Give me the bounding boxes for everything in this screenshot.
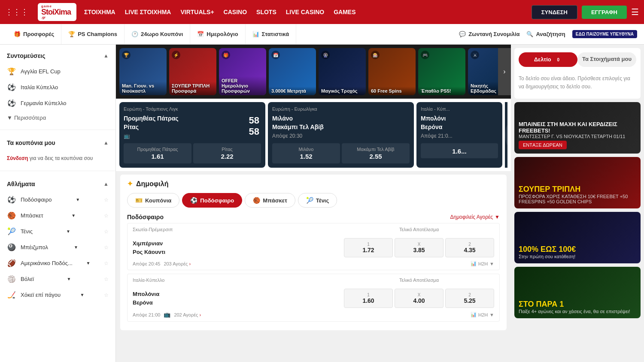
match-row-1: Ιταλία-Κύπελλο Τελικό Αποτέλεσμα Μπολόνι… bbox=[127, 274, 500, 322]
sport-table-title: Ποδόσφαιρο bbox=[127, 214, 164, 220]
promo-card-ps-champions[interactable]: 🏆 Man. Γιουν. vs Νιούκαστλ bbox=[119, 48, 167, 95]
team-names: Χιμπέρνιαν Ρος Κάουντι bbox=[133, 239, 344, 256]
sidebar-item-american-football[interactable]: 🏈 Αμερικάνικο Ποδός... ▼ ☆ bbox=[0, 255, 115, 271]
match-odds: 1.6... bbox=[421, 143, 498, 158]
bar-chart-icon: 📊 bbox=[471, 261, 477, 266]
odd-team2[interactable]: Ρίτας 2.22 bbox=[193, 143, 261, 163]
sidebar-item-italy-cup[interactable]: ⚽ Ιταλία Κύπελλο bbox=[0, 79, 115, 95]
baseball-icon: 🎱 bbox=[7, 243, 16, 251]
promo-banner-100percent[interactable]: 100% ΕΩΣ 100€ Στην πρώτη σου κατάθεση! bbox=[514, 212, 641, 263]
shortcuts-header[interactable]: Συντομεύσεις ▲ bbox=[0, 48, 115, 63]
promo-banner-ps-champions[interactable]: ΜΠΑΙΝΕΙΣ ΣΤΗ ΜΑΧΗ ΚΑΙ ΚΕΡΔΙΖΕΙΣ FREEBETS… bbox=[514, 102, 641, 154]
odd-x[interactable]: X 4.00 bbox=[395, 289, 444, 308]
24h-coupon-label: 24ωρο Κουπόνι bbox=[141, 31, 183, 37]
nav-live-casino[interactable]: LIVE CASINO bbox=[286, 7, 324, 17]
nav-games[interactable]: GAMES bbox=[334, 7, 355, 17]
promo-banner-super-triple[interactable]: ΣΟΥΠΕΡ ΤΡΙΠΛΗ ΠΡΟΣΦΟΡΑ ΧΩΡΙΣ ΚΑΤΑΘΕΣΗ 10… bbox=[514, 157, 641, 208]
promo-banner-title: ΣΟΥΠΕΡ ΤΡΙΠΛΗ bbox=[519, 185, 636, 194]
chevron-down-icon: ▼ bbox=[489, 261, 494, 266]
sidebar-item-label: Γερμανία Κύπελλο bbox=[21, 100, 66, 106]
h2h-button[interactable]: 📊 H2H ▼ bbox=[471, 312, 494, 317]
sidebar-item-volleyball[interactable]: 🏐 Βόλεϊ ▼ ☆ bbox=[0, 271, 115, 287]
offers-icon: 🎁 bbox=[14, 31, 21, 37]
hamburger-icon[interactable]: ☰ bbox=[631, 7, 639, 17]
my-bets-tab[interactable]: Τα Στοιχήματά μου bbox=[577, 52, 636, 67]
calendar-icon: 📅 bbox=[271, 51, 280, 59]
promo-card-offer[interactable]: 🎁 OFFER Ημερολόγιο Προσφορών bbox=[219, 48, 266, 95]
odd-2[interactable]: 2 5.25 bbox=[445, 289, 494, 308]
sidebar-item-ice-hockey[interactable]: 🏒 Χόκεϊ επί πάγου ▼ ☆ bbox=[0, 287, 115, 303]
register-button[interactable]: ΕΓΓΡΑΦΗ bbox=[582, 6, 627, 19]
match-time: Απόψε 21:00 bbox=[133, 312, 160, 317]
second-navigation: 🎁 Προσφορές 🏆 PS Champions 🕐 24ωρο Κουπό… bbox=[0, 24, 644, 45]
match-time: Απόψε 21:0... bbox=[421, 133, 498, 139]
sidebar-item-football[interactable]: ⚽ Ποδόσφαιρο ▼ ☆ bbox=[0, 192, 115, 208]
banner-action-button[interactable]: ΕΝΤAΞΕ ΔΩΡΕΑΝ bbox=[519, 141, 567, 149]
match-team1: Μπολόνι bbox=[421, 115, 498, 122]
nav-stoixima[interactable]: ΣΤΟΙΧΗΜΑ bbox=[84, 7, 115, 17]
promo-card-calendar[interactable]: 📅 3.000€ Μετρητά bbox=[269, 48, 316, 95]
tv-icon: 📺 bbox=[124, 133, 261, 139]
sidebar-item-england-efl[interactable]: 🏆 Αγγλία EFL Cup bbox=[0, 63, 115, 79]
odd-1[interactable]: 1 1.72 bbox=[344, 238, 393, 257]
calendar-label: Ημερολόγιο bbox=[207, 31, 238, 37]
login-button[interactable]: ΣΥΝΔΕΣΗ bbox=[532, 5, 577, 19]
tab-football[interactable]: ⚽ Ποδόσφαιρο bbox=[182, 193, 242, 208]
odd-x[interactable]: X 3.85 bbox=[395, 238, 444, 257]
nav-live-stoixima[interactable]: LIVE ΣΤΟΙΧΗΜΑ bbox=[125, 7, 171, 17]
odd-team1[interactable]: Προμηθέας Πάτρας 1.61 bbox=[124, 143, 191, 163]
star-icon: ☆ bbox=[104, 260, 109, 266]
statistics-nav-item[interactable]: 📊 Στατιστικά bbox=[246, 24, 297, 44]
more-markets-link[interactable]: › bbox=[199, 312, 201, 317]
ps-champions-nav-item[interactable]: 🏆 PS Champions bbox=[61, 24, 125, 44]
nav-slots[interactable]: SLOTS bbox=[256, 7, 276, 17]
promo-banner-para1[interactable]: ΣΤΟ ΠΑΡΑ 1 Παίξε 4+ αγώνες και αν χάσεις… bbox=[514, 267, 641, 318]
odd-team1[interactable]: Μιλάνο 1.52 bbox=[272, 143, 340, 163]
h2h-button[interactable]: 📊 H2H ▼ bbox=[471, 261, 494, 266]
match-row-teams: Μπολόνια Βερόνα 1 1.60 X 4.00 2 bbox=[128, 286, 499, 310]
match-next-button[interactable]: › bbox=[505, 122, 507, 148]
promo-card-label: OFFER Ημερολόγιο Προσφορών bbox=[219, 76, 266, 95]
calendar-nav-item[interactable]: 📅 Ημερολόγιο bbox=[190, 24, 245, 44]
sidebar-item-basketball[interactable]: 🏀 Μπάσκετ ▼ ☆ bbox=[0, 208, 115, 223]
promo-card-free-spins[interactable]: 🎰 60 Free Spins bbox=[368, 48, 416, 95]
24h-coupon-nav-item[interactable]: 🕐 24ωρο Κουπόνι bbox=[125, 24, 190, 44]
search-item[interactable]: 🔍 Αναζήτηση bbox=[526, 31, 565, 37]
shortcuts-more[interactable]: ▼ Περισσότερα bbox=[0, 111, 115, 124]
match-team2: Ρίτας bbox=[124, 124, 261, 130]
sidebar-item-tennis[interactable]: 🎾 Τένις ▼ ☆ bbox=[0, 223, 115, 239]
tab-basketball[interactable]: 🏀 Μπάσκετ bbox=[245, 193, 295, 208]
promo-card-ps5[interactable]: 🎮 Έπαθλο PS5! bbox=[418, 48, 465, 95]
more-markets-link[interactable]: › bbox=[189, 261, 191, 266]
sidebar-sport-label: Βόλεϊ bbox=[21, 276, 34, 282]
star-icon: ☆ bbox=[104, 229, 109, 235]
offers-nav-item[interactable]: 🎁 Προσφορές bbox=[7, 24, 61, 44]
nav-casino[interactable]: CASINO bbox=[224, 7, 247, 17]
grid-icon[interactable]: ⋮⋮⋮ bbox=[5, 7, 28, 17]
login-link[interactable]: Σύνδεση bbox=[7, 155, 28, 161]
search-icon: 🔍 bbox=[526, 31, 533, 37]
promo-card-super-triple[interactable]: ⚡ ΣΟΥΠΕΡ ΤΡΙΠΛΗ Προσφορά bbox=[169, 48, 216, 95]
popular-markets-filter[interactable]: Δημοφιλείς Αγορές ▼ bbox=[450, 214, 500, 220]
tab-coupons[interactable]: 🎫 Κουπόνια bbox=[127, 193, 179, 208]
tab-tennis[interactable]: 🎾 Τένις bbox=[298, 193, 337, 208]
live-chat-item[interactable]: 💬 Ζωντανή Συνομιλία bbox=[459, 31, 519, 37]
promo-card-magic-wheel[interactable]: 🎡 Μαγικός Τροχός bbox=[319, 48, 366, 95]
my-coupons-header[interactable]: Τα κουπόνια μου ▲ bbox=[0, 135, 115, 151]
play-safe-badge: ΕΔΩ ΠΑΙΖΟΥΜΕ ΥΠΕΥΘΥΝΑ bbox=[572, 30, 637, 38]
betslip-tab[interactable]: Δελτίο 0 bbox=[519, 52, 577, 67]
odd-1[interactable]: 1 1.60 bbox=[344, 289, 393, 308]
nav-virtuals[interactable]: VIRTUALS+ bbox=[180, 7, 214, 17]
odd-team1[interactable]: 1.6... bbox=[421, 143, 498, 158]
site-logo[interactable]: game StoiXima .gr bbox=[38, 3, 76, 21]
volleyball-icon: 🏐 bbox=[7, 275, 16, 283]
odd-2[interactable]: 2 4.35 bbox=[445, 238, 494, 257]
sidebar-item-baseball[interactable]: 🎱 Μπέιζμπολ ▼ ☆ bbox=[0, 239, 115, 255]
athletics-header[interactable]: Αθλήματα ▲ bbox=[0, 176, 115, 192]
promo-next-button[interactable]: › bbox=[498, 48, 511, 95]
promo-card-battles[interactable]: ⚔ Νικητής Εβδομάδας bbox=[468, 48, 498, 95]
sidebar-item-germany-cup[interactable]: ⚽ Γερμανία Κύπελλο bbox=[0, 95, 115, 111]
coupon-login-prompt: Σύνδεση για να δεις τα κουπόνια σου bbox=[0, 151, 115, 166]
odd-team2[interactable]: Μακάμπι Τελ Αβίβ 2.55 bbox=[342, 143, 410, 163]
tennis-icon: 🎾 bbox=[306, 197, 313, 204]
